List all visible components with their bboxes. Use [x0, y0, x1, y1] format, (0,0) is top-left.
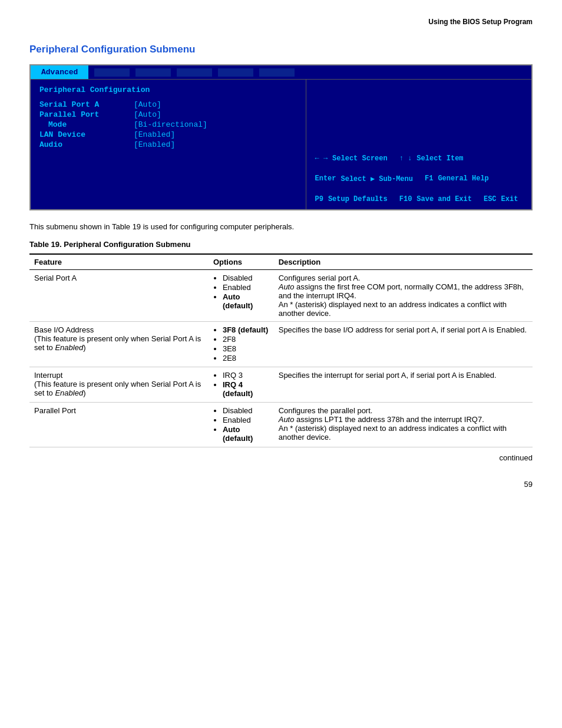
desc-interrupt: Specifies the interrupt for serial port … [274, 367, 533, 403]
bios-desc-f10: Save and Exit [416, 195, 472, 203]
options-base-io: 3F8 (default) 2F8 3E8 2E8 [209, 322, 274, 367]
bios-key-f10: F10 [399, 195, 412, 203]
bios-desc-p9: Setup Defaults [328, 195, 388, 203]
feature-parallel: Parallel Port [29, 403, 209, 447]
page-number: 59 [29, 480, 533, 489]
desc-serial: Configures serial port A. Auto assigns t… [274, 270, 533, 322]
bios-desc-esc: Exit [501, 195, 518, 203]
bios-key-f1: F1 [425, 174, 433, 183]
bios-value-parallel: [Auto] [134, 110, 161, 119]
list-item: Disabled [223, 406, 269, 415]
bios-label-serial: Serial Port A [39, 100, 134, 109]
page-title: Peripheral Configuration Submenu [29, 44, 533, 55]
bios-help-enter: Enter Select ▶ Sub-Menu [315, 174, 413, 183]
bios-label-mode: Mode [39, 120, 134, 129]
list-item: Disabled [223, 274, 269, 282]
bios-key-arrows-lr: ← → [315, 154, 328, 163]
table-row: Parallel Port Disabled Enabled Auto (def… [29, 403, 533, 447]
list-item: 3E8 [223, 344, 269, 353]
desc-base-io: Specifies the base I/O address for seria… [274, 322, 533, 367]
bios-help-select-item: ↑ ↓ Select Item [399, 154, 464, 163]
bios-value-mode: [Bi-directional] [134, 120, 207, 129]
bios-tab-row: Advanced [31, 65, 531, 80]
bios-desc-f1: General Help [438, 174, 488, 183]
options-parallel: Disabled Enabled Auto (default) [209, 403, 274, 447]
col-header-feature: Feature [29, 254, 209, 270]
bios-screen: Advanced Peripheral Configuration Serial… [29, 64, 533, 210]
bios-help-f1: F1 General Help [425, 174, 489, 183]
bios-tab-advanced: Advanced [31, 65, 88, 79]
bios-help-select-screen: ← → Select Screen [315, 154, 388, 163]
bios-desc-select-item: Select Item [416, 154, 463, 163]
bios-desc-enter: Select ▶ Sub-Menu [341, 174, 413, 183]
col-header-options: Options [209, 254, 274, 270]
header-text: Using the BIOS Setup Program [428, 18, 533, 26]
bios-tab-placeholders [88, 65, 531, 79]
col-header-description: Description [274, 254, 533, 270]
description-text: This submenu shown in Table 19 is used f… [29, 222, 533, 231]
table-row: Base I/O Address (This feature is presen… [29, 322, 533, 367]
table-header-row: Feature Options Description [29, 254, 533, 270]
list-item: Enabled [223, 416, 269, 424]
bios-help-p9: P9 Setup Defaults [315, 195, 388, 203]
options-serial: Disabled Enabled Auto (default) [209, 270, 274, 322]
bios-label-audio: Audio [39, 140, 134, 149]
continued-label: continued [29, 453, 533, 462]
bios-help-esc: ESC Exit [484, 195, 518, 203]
bios-value-serial: [Auto] [134, 100, 161, 109]
bios-section-title: Peripheral Configuration [39, 85, 297, 94]
table-caption: Table 19. Peripheral Configuration Subme… [29, 240, 533, 249]
bios-value-lan: [Enabled] [134, 130, 175, 139]
bios-row-lan: LAN Device [Enabled] [39, 130, 297, 139]
bios-desc-select-screen: Select Screen [332, 154, 388, 163]
list-item: Auto (default) [223, 425, 269, 443]
header-right: Using the BIOS Setup Program [29, 18, 533, 26]
bios-value-audio: [Enabled] [134, 140, 175, 149]
feature-interrupt: Interrupt (This feature is present only … [29, 367, 209, 403]
table-row: Interrupt (This feature is present only … [29, 367, 533, 403]
bios-label-lan: LAN Device [39, 130, 134, 139]
bios-key-enter: Enter [315, 174, 336, 183]
bios-left-panel: Peripheral Configuration Serial Port A [… [31, 80, 306, 209]
table-row: Serial Port A Disabled Enabled Auto (def… [29, 270, 533, 322]
bios-row-mode: Mode [Bi-directional] [39, 120, 297, 129]
bios-row-parallel: Parallel Port [Auto] [39, 110, 297, 119]
list-item: IRQ 3 [223, 371, 269, 380]
desc-parallel: Configures the parallel port. Auto assig… [274, 403, 533, 447]
list-item: Auto (default) [223, 292, 269, 310]
bios-key-arrows-ud: ↑ ↓ [399, 154, 412, 163]
list-item: IRQ 4 (default) [223, 380, 269, 398]
bios-label-parallel: Parallel Port [39, 110, 134, 119]
bios-key-p9: P9 [315, 195, 323, 203]
bios-row-serial: Serial Port A [Auto] [39, 100, 297, 109]
bios-row-audio: Audio [Enabled] [39, 140, 297, 149]
bios-help-f10: F10 Save and Exit [399, 195, 472, 203]
list-item: Enabled [223, 283, 269, 292]
bios-key-esc: ESC [484, 195, 497, 203]
list-item: 2F8 [223, 335, 269, 344]
bios-right-panel: ← → Select Screen ↑ ↓ Select Item Enter … [306, 80, 532, 209]
list-item: 3F8 (default) [223, 325, 269, 334]
feature-serial: Serial Port A [29, 270, 209, 322]
bios-body: Peripheral Configuration Serial Port A [… [31, 80, 531, 209]
config-table: Feature Options Description Serial Port … [29, 253, 533, 447]
feature-base-io: Base I/O Address (This feature is presen… [29, 322, 209, 367]
list-item: 2E8 [223, 354, 269, 363]
bios-help-area: ← → Select Screen ↑ ↓ Select Item Enter … [315, 154, 523, 203]
options-interrupt: IRQ 3 IRQ 4 (default) [209, 367, 274, 403]
